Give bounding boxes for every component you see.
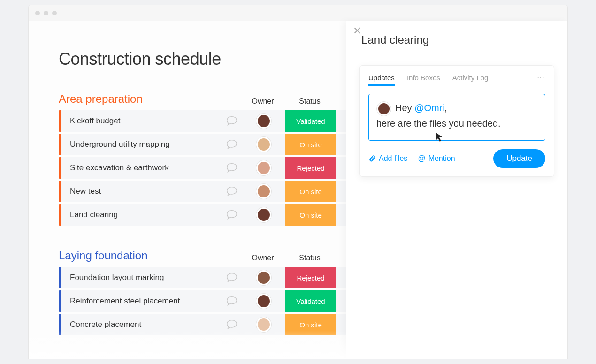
comment-icon[interactable] [221,186,243,197]
compose-line2: here are the files you needed. [376,118,501,129]
owner-avatar[interactable] [243,207,285,223]
panel-title: Land clearing [361,33,554,46]
mention-label: Mention [428,154,455,163]
add-files-button[interactable]: Add files [368,154,407,163]
comment-icon[interactable] [221,209,243,220]
compose-prefix: Hey [395,103,414,113]
task-name[interactable]: New test [61,187,221,196]
update-button[interactable]: Update [493,149,545,168]
window-dot [52,11,57,15]
column-header-status: Status [284,254,336,262]
task-name[interactable]: Concrete placement [61,320,221,329]
status-cell[interactable]: On site [285,181,336,202]
task-name[interactable]: Kickoff budget [61,116,221,126]
window-dot [44,11,48,15]
task-name[interactable]: Underground utility mapping [61,140,221,149]
tab-activity[interactable]: Activity Log [452,74,489,82]
status-cell[interactable]: On site [285,314,336,335]
add-files-label: Add files [379,154,407,163]
status-cell[interactable]: Validated [285,290,336,312]
window-dot [35,11,40,15]
owner-avatar[interactable] [243,160,285,176]
status-cell[interactable]: Rejected [285,267,336,288]
owner-avatar[interactable] [243,113,285,129]
owner-avatar[interactable] [243,293,285,309]
column-header-owner: Owner [242,254,284,262]
task-name[interactable]: Foundation layout marking [61,273,221,282]
window-titlebar [29,5,567,21]
comment-icon[interactable] [221,319,243,330]
mention-button[interactable]: @ Mention [418,154,455,163]
task-name[interactable]: Land clearing [61,210,221,220]
owner-avatar[interactable] [243,136,285,152]
task-name[interactable]: Reinforcement steel placement [61,296,221,306]
comment-icon[interactable] [221,162,243,174]
cursor-icon [435,132,445,142]
paperclip-icon [368,155,376,162]
column-header-status: Status [284,97,336,106]
close-icon[interactable]: ✕ [353,26,361,36]
owner-avatar[interactable] [243,317,285,333]
tab-updates[interactable]: Updates [368,74,395,86]
updates-card: Updates Info Boxes Activity Log ⋯ Hey @O… [359,65,554,177]
compose-text: Hey @Omri, here are the files you needed… [376,101,537,130]
column-header-owner: Owner [242,97,284,106]
at-icon: @ [418,154,425,163]
status-cell[interactable]: On site [285,134,336,155]
panel-tabs: Updates Info Boxes Activity Log ⋯ [368,73,545,86]
tab-more-icon[interactable]: ⋯ [537,73,545,82]
status-cell[interactable]: Rejected [285,157,336,179]
task-detail-panel: ✕ Land clearing Updates Info Boxes Activ… [346,21,567,359]
status-cell[interactable]: Validated [285,110,336,132]
owner-avatar[interactable] [243,270,285,286]
group-title[interactable]: Laying foundation [59,249,242,262]
owner-avatar[interactable] [243,183,285,199]
compose-suffix: , [444,103,447,113]
status-cell[interactable]: On site [285,204,336,226]
app-window: Construction schedule Area preparationOw… [28,5,568,359]
group-title[interactable]: Area preparation [59,92,242,106]
comment-icon[interactable] [221,296,243,307]
tab-info[interactable]: Info Boxes [407,74,440,82]
task-name[interactable]: Site excavation & earthwork [61,163,221,173]
comment-icon[interactable] [221,139,243,150]
comment-icon[interactable] [221,272,243,283]
compose-mention[interactable]: @Omri [414,103,444,113]
update-compose-box[interactable]: Hey @Omri, here are the files you needed… [368,94,545,141]
compose-avatar [376,101,391,116]
comment-icon[interactable] [221,115,243,127]
